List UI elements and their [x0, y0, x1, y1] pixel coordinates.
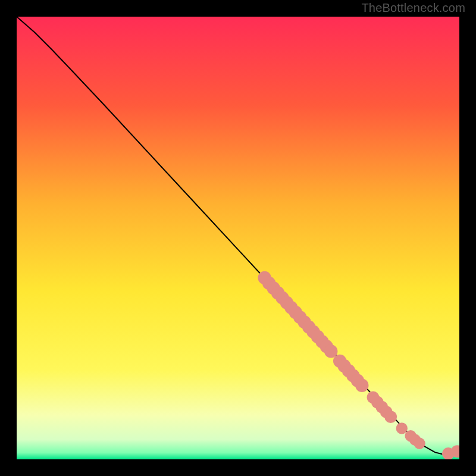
- highlight-dot: [384, 411, 397, 423]
- chart-stage: TheBottleneck.com: [0, 0, 476, 476]
- plot-area: [17, 17, 459, 459]
- watermark-label: TheBottleneck.com: [361, 1, 465, 15]
- highlight-dot: [396, 422, 408, 434]
- highlight-dot: [414, 438, 425, 449]
- chart-svg: [17, 17, 459, 459]
- highlight-dot: [355, 379, 368, 392]
